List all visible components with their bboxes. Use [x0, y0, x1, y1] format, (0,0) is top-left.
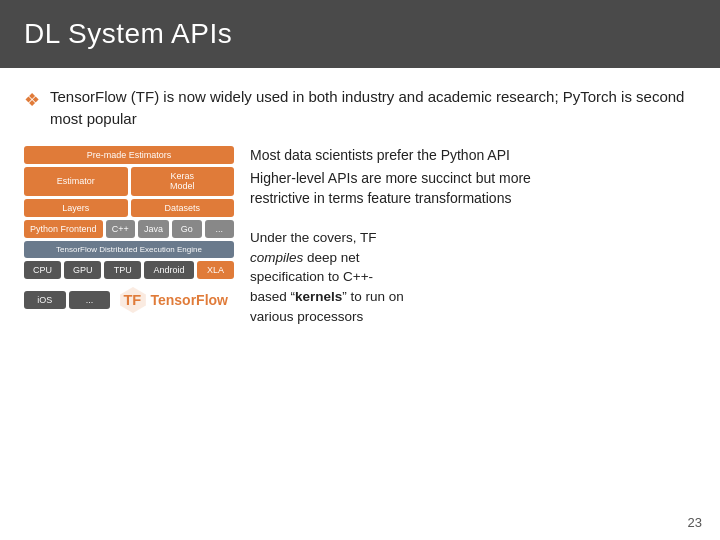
diagram-row-2: Estimator KerasModel: [24, 167, 234, 197]
python-frontend-box: Python Frontend: [24, 220, 103, 238]
xla-box: XLA: [197, 261, 234, 279]
java-box: Java: [138, 220, 169, 238]
higher-level-text: Higher-level APIs are more succinct but …: [250, 169, 696, 208]
estimator-box: Estimator: [24, 167, 128, 197]
execution-engine-box: TensorFlow Distributed Execution Engine: [24, 241, 234, 258]
text-block-1: Most data scientists prefer the Python A…: [250, 146, 696, 209]
diagram-row-4: Python Frontend C++ Java Go ...: [24, 220, 234, 238]
page-number: 23: [688, 515, 702, 530]
other-lang-box: ...: [205, 220, 234, 238]
android-box: Android: [144, 261, 194, 279]
tpu-box: TPU: [104, 261, 141, 279]
premade-estimators-box: Pre-made Estimators: [24, 146, 234, 164]
bullet-text: TensorFlow (TF) is now widely used in bo…: [50, 86, 696, 130]
tf-diagram: Pre-made Estimators Estimator KerasModel…: [24, 146, 234, 327]
datasets-box: Datasets: [131, 199, 235, 217]
gpu-box: GPU: [64, 261, 101, 279]
ios-box: iOS: [24, 291, 66, 309]
diagram-row-3: Layers Datasets: [24, 199, 234, 217]
page-title: DL System APIs: [24, 18, 232, 49]
text-side: Most data scientists prefer the Python A…: [250, 146, 696, 327]
tensorflow-text: TensorFlow: [150, 292, 228, 308]
cpu-box: CPU: [24, 261, 61, 279]
python-api-text: Most data scientists prefer the Python A…: [250, 146, 696, 166]
diagram-row-6: CPU GPU TPU Android XLA: [24, 261, 234, 279]
diagram-row-1: Pre-made Estimators: [24, 146, 234, 164]
svg-text:TF: TF: [124, 292, 142, 308]
tensorflow-logo: TF TensorFlow: [119, 286, 228, 314]
main-area: Pre-made Estimators Estimator KerasModel…: [24, 146, 696, 327]
tf-logo-icon: TF: [119, 286, 147, 314]
diagram-row-5: TensorFlow Distributed Execution Engine: [24, 241, 234, 258]
layers-box: Layers: [24, 199, 128, 217]
go-box: Go: [172, 220, 201, 238]
bullet-item: ❖ TensorFlow (TF) is now widely used in …: [24, 86, 696, 130]
higher-level-line3: restrictive in terms feature transformat…: [250, 190, 511, 206]
cpp-box: C++: [106, 220, 135, 238]
text-block-2: Under the covers, TF compiles deep net s…: [250, 228, 696, 326]
higher-level-line2: Higher-level APIs are more succinct but …: [250, 170, 531, 186]
diagram-row-7: iOS ... TF TensorFlow: [24, 282, 234, 318]
tf-logo: TF TensorFlow: [113, 282, 234, 318]
header: DL System APIs: [0, 0, 720, 68]
compiles-italic: compiles: [250, 250, 303, 265]
kernels-bold: kernels: [295, 289, 342, 304]
other-os-box: ...: [69, 291, 111, 309]
bullet-diamond: ❖: [24, 87, 40, 113]
keras-model-box: KerasModel: [131, 167, 235, 197]
under-covers-text: Under the covers, TF compiles deep net s…: [250, 228, 696, 326]
